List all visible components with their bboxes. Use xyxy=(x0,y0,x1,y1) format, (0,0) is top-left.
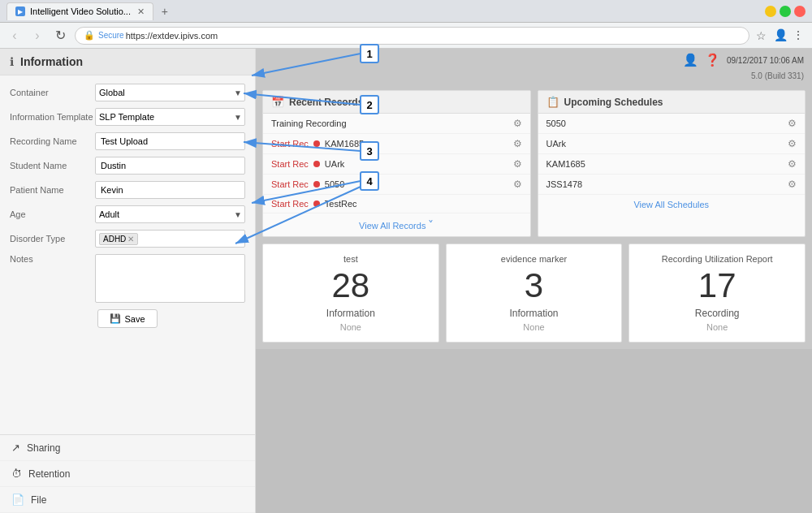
sidebar-item-retention[interactable]: ⏱ Retention xyxy=(0,461,255,487)
stat-mid-0: Information xyxy=(326,308,375,319)
patient-name-input[interactable] xyxy=(95,181,245,199)
schedule-name-2: KAM1685 xyxy=(546,159,784,169)
partial-text-1: Start Rec xyxy=(271,139,309,149)
schedule-gear-1[interactable]: ⚙ xyxy=(788,138,797,149)
close-button[interactable] xyxy=(794,6,806,17)
tab-close[interactable]: ✕ xyxy=(137,6,145,17)
stat-bot-2: None xyxy=(706,322,728,332)
stat-number-0: 28 xyxy=(331,269,369,303)
schedule-gear-3[interactable]: ⚙ xyxy=(788,179,797,190)
main-topbar: 👤 ❓ 09/12/2017 10:06 AM xyxy=(256,49,812,71)
recording-name-row: Recording Name xyxy=(10,132,245,150)
help-icon[interactable]: ❓ xyxy=(705,53,720,67)
save-row: 💾 Save xyxy=(10,309,245,328)
record-name-1: KAM1685 xyxy=(325,139,508,149)
disorder-type-input[interactable]: ADHD ✕ xyxy=(95,230,245,248)
sections-row: 📅 Recent Records Training Recording ⚙ St… xyxy=(256,84,812,244)
view-all-schedules-label: View All Schedules xyxy=(633,200,709,209)
maximize-button[interactable] xyxy=(780,6,791,17)
save-label: Save xyxy=(124,314,145,324)
schedule-row-2: KAM1685 ⚙ xyxy=(538,154,806,175)
recent-records-title: Recent Records xyxy=(289,97,363,108)
info-template-select-wrapper: SLP Template ▼ xyxy=(95,108,245,126)
gear-icon-2[interactable]: ⚙ xyxy=(513,158,522,170)
forward-button[interactable]: › xyxy=(29,28,45,43)
sidebar-title: Information xyxy=(20,55,83,68)
record-name-3: 5050 xyxy=(325,179,508,189)
stat-number-1: 3 xyxy=(525,269,543,303)
address-bar[interactable]: 🔒 Secure https://extdev.ipivs.com xyxy=(75,27,749,45)
patient-name-row: Patient Name xyxy=(10,181,245,199)
record-row-1: Start Rec KAM1685 ⚙ xyxy=(263,134,530,154)
browser-top-right: 👤 ⋮ xyxy=(773,28,806,43)
age-label: Age xyxy=(10,209,95,219)
sharing-label: Sharing xyxy=(27,442,60,454)
browser-titlebar: ▶ Intelligent Video Solutio... ✕ + xyxy=(0,0,812,23)
upcoming-schedules-title: Upcoming Schedules xyxy=(564,97,663,108)
lock-icon: 🔒 xyxy=(84,30,95,41)
schedule-gear-2[interactable]: ⚙ xyxy=(788,158,797,170)
recording-name-input[interactable] xyxy=(95,132,245,150)
sidebar-nav: ↗ Sharing ⏱ Retention 📄 File xyxy=(0,434,255,513)
retention-label: Retention xyxy=(28,468,70,480)
notes-textarea[interactable] xyxy=(95,254,245,303)
container-select-wrapper: Global ▼ xyxy=(95,84,245,101)
gear-icon-0[interactable]: ⚙ xyxy=(513,118,522,129)
recent-records-panel: 📅 Recent Records Training Recording ⚙ St… xyxy=(262,90,531,237)
disorder-type-row: Disorder Type ADHD ✕ xyxy=(10,230,245,248)
partial-text-4: Start Rec xyxy=(271,199,309,209)
age-select[interactable]: Adult xyxy=(95,205,245,223)
sidebar-header: ℹ Information xyxy=(0,49,255,75)
tab-title: Intelligent Video Solutio... xyxy=(30,6,131,16)
view-all-schedules[interactable]: View All Schedules xyxy=(538,195,806,214)
stat-mid-2: Recording xyxy=(695,308,740,319)
menu-button[interactable]: ⋮ xyxy=(791,28,806,43)
student-name-label: Student Name xyxy=(10,161,95,170)
address-bar-row: ‹ › ↻ 🔒 Secure https://extdev.ipivs.com … xyxy=(0,23,812,49)
stat-top-2: Recording Utilization Report xyxy=(662,254,773,264)
minimize-button[interactable] xyxy=(765,6,776,17)
student-name-input[interactable] xyxy=(95,157,245,175)
clock-icon: ⏱ xyxy=(11,468,22,480)
view-all-records[interactable]: View All Records ˅ xyxy=(263,213,530,236)
gear-icon-1[interactable]: ⚙ xyxy=(513,138,522,149)
sidebar-item-file[interactable]: 📄 File xyxy=(0,487,255,513)
file-icon: 📄 xyxy=(11,494,24,506)
back-button[interactable]: ‹ xyxy=(6,28,23,43)
schedule-gear-0[interactable]: ⚙ xyxy=(788,118,797,129)
tag-remove-button[interactable]: ✕ xyxy=(127,235,134,244)
info-template-label: Information Template xyxy=(10,112,95,122)
save-button[interactable]: 💾 Save xyxy=(97,309,157,328)
user-icon[interactable]: 👤 xyxy=(683,53,698,67)
app-container: ℹ Information Container Global ▼ Informa… xyxy=(0,49,812,513)
bottom-gray xyxy=(256,349,812,513)
topbar-icons: 👤 ❓ xyxy=(683,53,720,67)
schedule-row-1: UArk ⚙ xyxy=(538,134,806,154)
url-text: https://extdev.ipivs.com xyxy=(126,31,218,41)
browser-tab[interactable]: ▶ Intelligent Video Solutio... ✕ xyxy=(6,2,153,20)
red-dot-1 xyxy=(313,140,320,147)
tab-favicon: ▶ xyxy=(15,6,25,16)
recording-name-label: Recording Name xyxy=(10,136,95,146)
adhd-tag: ADHD ✕ xyxy=(99,233,138,245)
info-icon: ℹ xyxy=(10,55,14,68)
disorder-type-label: Disorder Type xyxy=(10,234,95,244)
window-controls xyxy=(765,6,806,17)
record-row-0: Training Recording ⚙ xyxy=(263,114,530,134)
profile-button[interactable]: 👤 xyxy=(773,28,788,43)
reload-button[interactable]: ↻ xyxy=(52,28,68,43)
view-all-records-label: View All Records xyxy=(359,221,425,231)
info-template-select[interactable]: SLP Template xyxy=(95,108,245,126)
recent-records-header: 📅 Recent Records xyxy=(263,91,530,114)
new-tab-button[interactable]: + xyxy=(157,3,173,19)
upcoming-schedules-panel: 📋 Upcoming Schedules 5050 ⚙ UArk ⚙ KAM16… xyxy=(538,90,806,237)
bookmark-button[interactable]: ☆ xyxy=(756,29,767,42)
gear-icon-3[interactable]: ⚙ xyxy=(513,179,522,190)
record-name-2: UArk xyxy=(325,159,508,169)
sidebar-item-sharing[interactable]: ↗ Sharing xyxy=(0,435,255,461)
stat-card-1: evidence marker 3 Information None xyxy=(446,244,623,343)
info-form: Container Global ▼ Information Template … xyxy=(0,75,255,434)
upcoming-schedules-header: 📋 Upcoming Schedules xyxy=(538,91,806,114)
container-select[interactable]: Global xyxy=(95,84,245,101)
schedule-name-3: JSS1478 xyxy=(546,179,784,189)
